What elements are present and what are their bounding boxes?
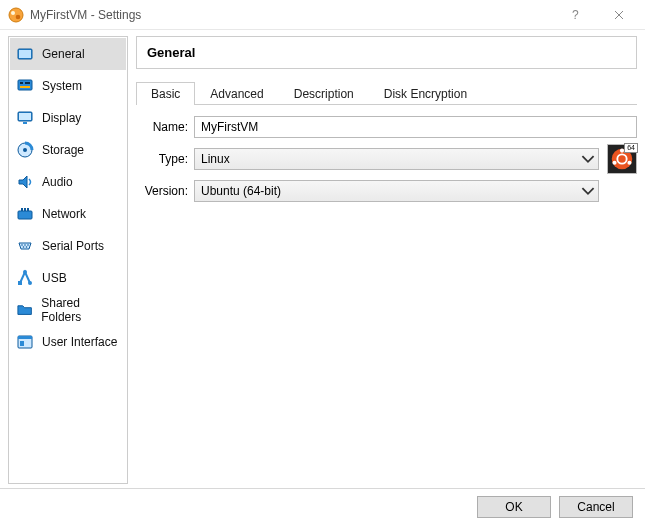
svg-rect-11: [20, 86, 30, 88]
svg-rect-18: [21, 208, 23, 211]
sidebar-item-general[interactable]: General: [10, 38, 126, 70]
svg-rect-14: [23, 122, 27, 124]
tabs-row: Basic Advanced Description Disk Encrypti…: [136, 81, 637, 105]
svg-rect-13: [19, 113, 31, 120]
close-button[interactable]: [597, 0, 641, 30]
app-icon: [8, 7, 24, 23]
svg-point-25: [26, 246, 28, 248]
tab-advanced[interactable]: Advanced: [195, 82, 278, 105]
os-arch-badge: 64: [624, 143, 638, 153]
titlebar: MyFirstVM - Settings ?: [0, 0, 645, 30]
tab-label: Disk Encryption: [384, 87, 467, 101]
os-thumbnail: 64: [607, 144, 637, 174]
sidebar-item-storage[interactable]: Storage: [10, 134, 126, 166]
svg-point-22: [24, 244, 26, 246]
svg-point-23: [27, 244, 29, 246]
sidebar-item-audio[interactable]: Audio: [10, 166, 126, 198]
type-select[interactable]: Linux: [194, 148, 599, 170]
sidebar-item-label: User Interface: [42, 335, 117, 349]
svg-point-2: [16, 14, 21, 19]
system-icon: [16, 77, 34, 95]
svg-rect-20: [27, 208, 29, 211]
svg-rect-27: [18, 281, 22, 285]
svg-rect-17: [18, 211, 32, 219]
serial-ports-icon: [16, 237, 34, 255]
storage-icon: [16, 141, 34, 159]
svg-point-28: [28, 281, 32, 285]
svg-rect-8: [18, 80, 32, 90]
svg-point-16: [23, 148, 27, 152]
svg-rect-10: [25, 82, 30, 84]
svg-point-21: [21, 244, 23, 246]
button-label: Cancel: [577, 500, 614, 514]
dialog-footer: OK Cancel: [0, 488, 645, 524]
category-sidebar: General System Display Storage Audio Net…: [8, 36, 128, 484]
user-interface-icon: [16, 333, 34, 351]
svg-rect-9: [20, 82, 23, 84]
chevron-down-icon: [581, 184, 595, 198]
tab-label: Advanced: [210, 87, 263, 101]
network-icon: [16, 205, 34, 223]
tab-label: Basic: [151, 87, 180, 101]
version-value: Ubuntu (64-bit): [201, 184, 281, 198]
svg-rect-30: [18, 336, 32, 339]
display-icon: [16, 109, 34, 127]
svg-rect-7: [19, 50, 31, 58]
svg-text:?: ?: [572, 10, 579, 20]
help-button[interactable]: ?: [553, 0, 597, 30]
page-title: General: [136, 36, 637, 69]
svg-rect-31: [20, 341, 24, 346]
sidebar-item-usb[interactable]: USB: [10, 262, 126, 294]
type-value: Linux: [201, 152, 230, 166]
svg-rect-19: [24, 208, 26, 211]
shared-folders-icon: [16, 301, 33, 319]
version-label: Version:: [136, 184, 188, 198]
sidebar-item-label: Storage: [42, 143, 84, 157]
sidebar-item-label: General: [42, 47, 85, 61]
ok-button[interactable]: OK: [477, 496, 551, 518]
svg-point-35: [627, 161, 631, 165]
name-label: Name:: [136, 120, 188, 134]
sidebar-item-label: Network: [42, 207, 86, 221]
button-label: OK: [505, 500, 522, 514]
sidebar-item-label: USB: [42, 271, 67, 285]
sidebar-item-user-interface[interactable]: User Interface: [10, 326, 126, 358]
sidebar-item-label: Audio: [42, 175, 73, 189]
tab-disk-encryption[interactable]: Disk Encryption: [369, 82, 482, 105]
svg-point-36: [612, 161, 616, 165]
type-label: Type:: [136, 152, 188, 166]
version-select[interactable]: Ubuntu (64-bit): [194, 180, 599, 202]
usb-icon: [16, 269, 34, 287]
sidebar-item-serial-ports[interactable]: Serial Ports: [10, 230, 126, 262]
basic-form: Name: Type: Linux 64 Version: Ubuntu (64…: [136, 105, 637, 209]
sidebar-item-shared-folders[interactable]: Shared Folders: [10, 294, 126, 326]
chevron-down-icon: [581, 152, 595, 166]
sidebar-item-system[interactable]: System: [10, 70, 126, 102]
main-panel: General Basic Advanced Description Disk …: [136, 36, 637, 484]
sidebar-item-label: Serial Ports: [42, 239, 104, 253]
sidebar-item-label: Display: [42, 111, 81, 125]
sidebar-item-display[interactable]: Display: [10, 102, 126, 134]
name-input[interactable]: [194, 116, 637, 138]
sidebar-item-label: System: [42, 79, 82, 93]
svg-point-24: [23, 246, 25, 248]
tab-label: Description: [294, 87, 354, 101]
tab-basic[interactable]: Basic: [136, 82, 195, 105]
window-title: MyFirstVM - Settings: [30, 8, 141, 22]
svg-point-1: [11, 11, 15, 15]
cancel-button[interactable]: Cancel: [559, 496, 633, 518]
general-icon: [16, 45, 34, 63]
audio-icon: [16, 173, 34, 191]
sidebar-item-network[interactable]: Network: [10, 198, 126, 230]
svg-point-26: [23, 270, 27, 274]
sidebar-item-label: Shared Folders: [41, 296, 120, 324]
tab-description[interactable]: Description: [279, 82, 369, 105]
svg-point-0: [9, 8, 23, 22]
